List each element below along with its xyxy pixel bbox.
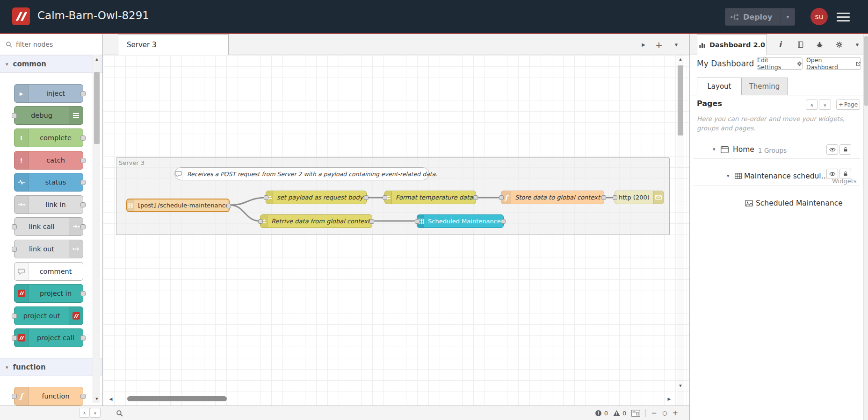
- flow-node-comment[interactable]: Receives a POST request from Server 2 wi…: [174, 167, 429, 180]
- palette-node-project-out[interactable]: project out: [14, 306, 83, 325]
- tab-config[interactable]: [830, 34, 848, 55]
- chevron-down-icon[interactable]: ▾: [713, 146, 716, 152]
- flow-node-store-global[interactable]: ƒ Store data to global context: [501, 191, 604, 204]
- add-flow-button[interactable]: +: [652, 34, 665, 55]
- catch-icon: !: [14, 151, 29, 169]
- visibility-button[interactable]: [826, 144, 838, 155]
- palette-node-comment[interactable]: comment: [14, 262, 83, 281]
- page-name: Home: [733, 145, 754, 154]
- flow-wires: [103, 55, 689, 406]
- input-port[interactable]: [383, 195, 387, 200]
- palette-node-status[interactable]: status: [14, 173, 83, 192]
- flow-node-http-response[interactable]: http (200): [615, 191, 664, 204]
- error-icon[interactable]: [595, 410, 602, 417]
- tab-server-3[interactable]: Server 3: [118, 34, 229, 55]
- chevron-down-icon[interactable]: ▾: [727, 173, 730, 179]
- pages-help-text: Here you can re-order and move your widg…: [697, 114, 858, 133]
- visibility-button[interactable]: [826, 169, 838, 179]
- tree-row-group-maintenance[interactable]: ▾ Maintenance schedul... Widgets: [694, 168, 860, 185]
- plus-icon: +: [839, 101, 843, 108]
- project-in-icon: [14, 285, 29, 302]
- zoom-out-button[interactable]: −: [651, 409, 657, 417]
- tab-info[interactable]: i: [771, 34, 789, 55]
- navigator-toggle-button[interactable]: [631, 410, 640, 417]
- node-label: http (200): [615, 194, 653, 201]
- output-port[interactable]: [226, 204, 231, 208]
- tab-help[interactable]: [791, 34, 809, 55]
- flow-node-http-in[interactable]: [post] /schedule-maintenance: [126, 199, 230, 212]
- tab-dashboard-2[interactable]: Dashboard 2.0: [697, 34, 767, 55]
- palette-node-debug[interactable]: debug: [14, 106, 83, 125]
- editor-footer: ∧ ∨ 0 0 − ○ +: [0, 406, 689, 420]
- flow-node-ui-table[interactable]: Scheduled Maintenance: [417, 214, 504, 228]
- open-dashboard-button[interactable]: Open Dashboard: [806, 57, 861, 70]
- palette-collapse-all-button[interactable]: ∧: [79, 408, 90, 418]
- output-port[interactable]: [601, 195, 606, 200]
- output-port[interactable]: [364, 195, 369, 200]
- lock-button[interactable]: [839, 169, 851, 179]
- palette-expand-all-button[interactable]: ∨: [90, 408, 101, 418]
- palette-category-function[interactable]: ▾ function: [0, 358, 102, 376]
- output-port[interactable]: [501, 219, 506, 224]
- lock-icon: [843, 171, 848, 177]
- warning-count: 0: [622, 410, 626, 417]
- tab-scroll-right-button[interactable]: ▶: [637, 34, 650, 55]
- tab-theming[interactable]: Theming: [742, 78, 788, 95]
- flow-node-format-temperature[interactable]: Format temperature data.: [384, 191, 476, 204]
- tab-label: Dashboard 2.0: [709, 41, 765, 49]
- palette-node-link-out[interactable]: link out: [14, 240, 83, 258]
- collapse-all-button[interactable]: ∧: [806, 100, 818, 110]
- user-avatar[interactable]: su: [810, 8, 828, 25]
- warning-icon[interactable]: [613, 410, 620, 416]
- http-response-icon: [653, 191, 664, 204]
- dashboard-name: My Dashboard: [697, 59, 754, 68]
- expand-all-button[interactable]: ∨: [819, 100, 831, 110]
- palette-node-link-in[interactable]: link in: [14, 195, 83, 214]
- search-flows-button[interactable]: [114, 408, 124, 418]
- tab-debug[interactable]: [810, 34, 828, 55]
- palette-node-complete[interactable]: ! complete: [14, 128, 83, 147]
- sidebar-tabbar: Dashboard 2.0 i ▾: [690, 34, 863, 55]
- input-port[interactable]: [415, 219, 420, 224]
- main-menu-button[interactable]: [837, 13, 850, 24]
- lock-button[interactable]: [839, 144, 851, 155]
- palette-filter-input[interactable]: [16, 41, 77, 48]
- group-name: Maintenance schedul...: [744, 172, 828, 180]
- palette-node-link-call[interactable]: link call: [14, 217, 83, 236]
- node-label: Scheduled Maintenance: [424, 218, 505, 225]
- palette-node-project-call[interactable]: project call: [14, 328, 83, 347]
- tab-layout[interactable]: Layout: [697, 78, 742, 95]
- scroll-down-button[interactable]: ▼: [93, 395, 101, 403]
- output-port[interactable]: [369, 219, 374, 224]
- input-port[interactable]: [499, 195, 504, 200]
- output-port[interactable]: [473, 195, 478, 200]
- palette-scrollbar-thumb[interactable]: [94, 72, 100, 144]
- flow-list-button[interactable]: ▾: [670, 34, 683, 55]
- zoom-in-button[interactable]: +: [672, 409, 678, 417]
- palette-node-project-in[interactable]: project in: [14, 284, 83, 303]
- wire: [230, 198, 266, 205]
- input-port[interactable]: [258, 219, 263, 224]
- deploy-options-button[interactable]: ▾: [781, 8, 795, 25]
- page-meta: 1 Groups: [758, 147, 787, 154]
- palette-node-function[interactable]: ƒ function: [14, 387, 83, 406]
- flow-canvas[interactable]: Server 3 Receives a POST request from Se…: [103, 55, 689, 406]
- edit-settings-button[interactable]: Edit Settings: [757, 57, 803, 70]
- flow-node-retrieve-global[interactable]: Retrive data from global context: [260, 214, 372, 228]
- flow-node-set-payload[interactable]: set payload as request body: [266, 191, 367, 204]
- zoom-reset-button[interactable]: ○: [662, 410, 667, 416]
- scroll-up-button[interactable]: ▲: [93, 55, 101, 63]
- gear-icon: [797, 61, 802, 66]
- comment-icon: [14, 263, 29, 280]
- output-port: [80, 135, 86, 141]
- palette-node-inject[interactable]: ▶ inject: [14, 84, 83, 103]
- window-scrollbar-thumb[interactable]: [864, 36, 868, 106]
- tree-row-widget-scheduled-maintenance[interactable]: Scheduled Maintenance: [694, 195, 860, 213]
- deploy-button[interactable]: Deploy ▾: [725, 8, 795, 26]
- tree-row-page-home[interactable]: ▾ Home 1 Groups: [694, 141, 860, 159]
- input-port[interactable]: [264, 195, 268, 200]
- palette-category-common[interactable]: ▾ common: [0, 55, 102, 73]
- add-page-button[interactable]: + Page: [836, 100, 860, 110]
- palette-node-catch[interactable]: ! catch: [14, 151, 83, 170]
- input-port[interactable]: [613, 195, 617, 200]
